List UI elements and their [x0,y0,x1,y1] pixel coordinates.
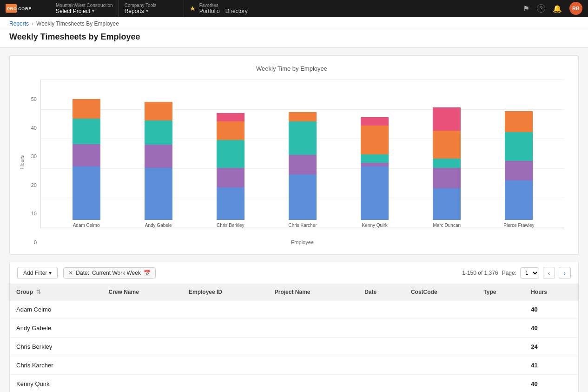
bar-stack-chriskarcher [289,112,317,220]
bar-segment-2 [433,159,461,168]
cell-employee-id [182,356,268,375]
breadcrumb-current: Weekly Timesheets By Employee [36,20,119,27]
cell-project [268,375,358,392]
bar-segment-1 [73,144,100,166]
pagination: 1-150 of 1,376 Page: 1 ‹ › [462,267,571,279]
bar-label-1: Andy Gabele [145,223,172,228]
group-sort-icon[interactable]: ⇅ [36,289,41,295]
tools-selector[interactable]: Company Tools Reports ▾ [119,0,184,17]
company-selector[interactable]: MountainWest Construction Select Project… [50,0,119,17]
cell-hours: 24 [524,338,578,356]
bars-area: Adam CelmoAndy GabeleChris BerkleyChris … [40,80,564,228]
breadcrumb-parent[interactable]: Reports [9,20,29,27]
flag-icon[interactable]: ⚑ [523,4,529,13]
y-axis-title: Hours [19,155,25,169]
top-nav: PRO CORE MountainWest Construction Selec… [0,0,588,17]
bar-segment-3 [145,102,172,120]
bar-segment-3 [433,131,461,159]
cell-type [477,338,524,356]
add-filter-label: Add Filter [23,270,47,276]
svg-text:PRO: PRO [7,7,17,11]
bar-label-2: Chris Berkley [217,223,244,228]
col-crew-name: Crew Name [102,284,182,300]
page-next-button[interactable]: › [559,267,571,279]
cell-hours: 40 [524,300,578,319]
favorites-star-icon: ★ [190,5,196,12]
page-select[interactable]: 1 [520,267,539,279]
cell-hours: 41 [524,356,578,375]
favorites-section: ★ Favorites Portfolio Directory [184,3,253,14]
bar-stack-kennyquirk [361,117,389,220]
cell-date [358,338,404,356]
date-filter-value: Current Work Week [92,270,141,276]
cell-date [358,300,404,319]
bar-column-2: Chris Berkley [194,113,266,228]
tools-sub-label: Company Tools [125,3,178,8]
cell-type [477,356,524,375]
bar-column-5: Marc Duncan [411,107,483,228]
cell-project [268,356,358,375]
bar-segment-3 [505,111,533,132]
bar-segment-0 [73,166,100,220]
cell-cost-code [404,338,477,356]
user-avatar[interactable]: RB [569,2,582,15]
bar-label-6: Pierce Frawley [503,223,534,228]
bar-stack-adamcelmo [73,99,100,220]
project-select-label[interactable]: Select Project ▾ [56,8,113,14]
filter-left: Add Filter ▾ ✕ Date: Current Work Week 📅 [17,267,156,279]
calendar-icon[interactable]: 📅 [144,270,151,276]
bars-group: Adam CelmoAndy GabeleChris BerkleyChris … [41,80,564,228]
cell-employee-id [182,375,268,392]
cell-crew [102,356,182,375]
help-icon[interactable]: ? [537,4,545,13]
col-group: Group ⇅ [10,284,102,300]
bar-column-0: Adam Celmo [50,99,122,228]
y-tick-30: 30 [31,153,37,159]
cell-group: Kenny Quirk [10,375,102,392]
col-hours: Hours [524,284,578,300]
bar-segment-2 [505,132,533,161]
portfolio-link[interactable]: Portfolio [199,8,220,14]
page-title-bar: Weekly Timesheets by Employee [0,29,588,48]
col-cost-code: CostCode [404,284,477,300]
bar-segment-1 [217,168,244,187]
table-row: Kenny Quirk40 [10,375,578,392]
table-row: Andy Gabele40 [10,319,578,338]
cell-crew [102,319,182,338]
cell-group: Chris Berkley [10,338,102,356]
table-container: Group ⇅ Crew Name Employee ID Project Na… [9,284,579,392]
company-name: MountainWest Construction [56,3,113,8]
directory-link[interactable]: Directory [225,8,248,14]
pagination-info: 1-150 of 1,376 [462,270,498,276]
cell-cost-code [404,319,477,338]
add-filter-button[interactable]: Add Filter ▾ [17,267,58,279]
procore-logo[interactable]: PRO CORE [6,4,43,13]
col-type: Type [477,284,524,300]
favorites-label: Favorites [199,3,248,8]
cell-project [268,300,358,319]
bar-segment-0 [217,187,244,220]
nav-right-icons: ⚑ ? 🔔 RB [523,2,582,15]
bar-stack-andygabele [145,102,172,220]
cell-project [268,319,358,338]
cell-type [477,319,524,338]
page-prev-button[interactable]: ‹ [543,267,555,279]
bar-segment-1 [433,168,461,188]
bar-segment-2 [217,140,244,168]
date-filter-remove[interactable]: ✕ [68,270,73,276]
cell-crew [102,338,182,356]
table-header-row: Group ⇅ Crew Name Employee ID Project Na… [10,284,578,300]
cell-hours: 40 [524,375,578,392]
tools-main-label[interactable]: Reports ▾ [125,8,178,14]
bar-label-4: Kenny Quirk [362,223,388,228]
svg-text:CORE: CORE [18,7,32,11]
bell-icon[interactable]: 🔔 [553,4,562,13]
cell-employee-id [182,338,268,356]
bar-segment-3 [361,126,389,154]
x-axis-title: Employee [40,239,564,245]
bar-segment-0 [505,180,533,220]
date-filter-label: Date: [76,270,89,276]
cell-type [477,375,524,392]
date-filter-chip: ✕ Date: Current Work Week 📅 [63,267,156,279]
bar-label-5: Marc Duncan [433,223,461,228]
